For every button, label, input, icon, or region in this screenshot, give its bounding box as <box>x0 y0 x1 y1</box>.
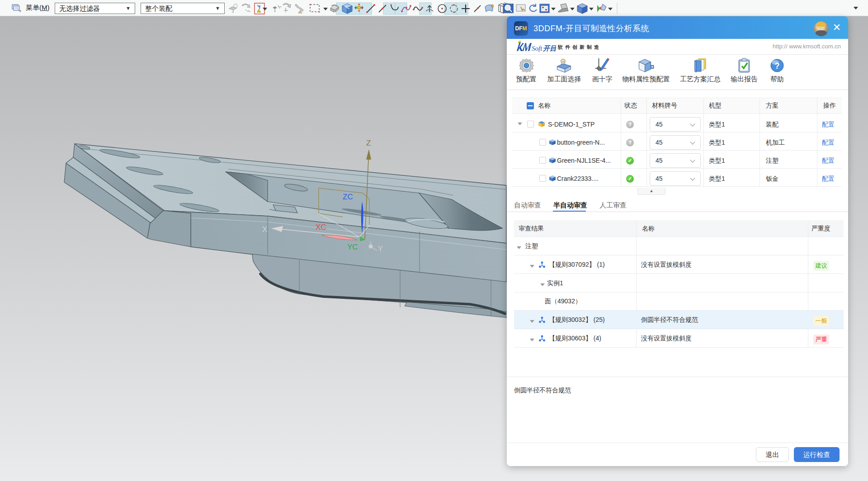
svg-text:XC: XC <box>316 223 326 231</box>
svg-text:Y: Y <box>378 245 383 253</box>
svg-text:YC: YC <box>347 243 358 251</box>
svg-text:X: X <box>262 225 267 234</box>
svg-text:?: ? <box>775 61 780 71</box>
svg-text:Z: Z <box>366 139 371 147</box>
svg-text:开目: 开目 <box>542 44 556 52</box>
svg-text:Soft: Soft <box>532 45 542 52</box>
svg-text:ZC: ZC <box>343 193 353 201</box>
